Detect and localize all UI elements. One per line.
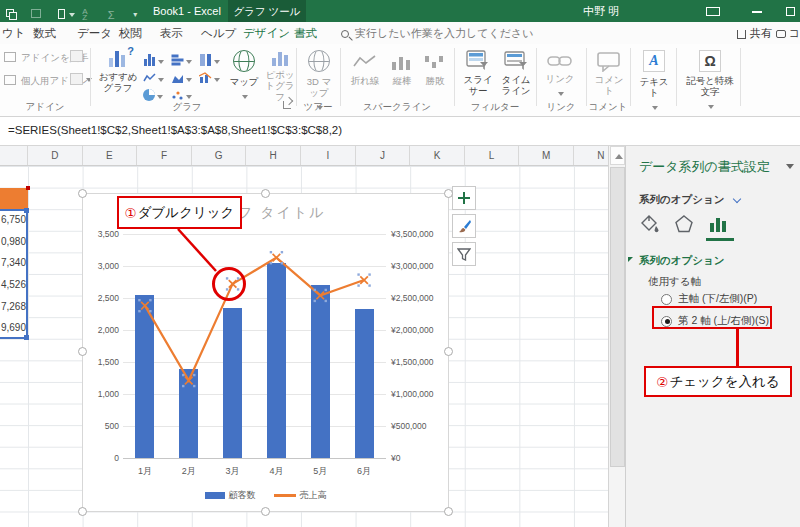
sparkline-winloss-button[interactable]: 勝敗 — [420, 54, 450, 86]
insert-area-chart-button[interactable] — [171, 70, 192, 88]
autosum-icon[interactable]: Σ — [108, 9, 120, 21]
recommended-charts-button[interactable]: ? おすすめグラフ — [97, 49, 139, 93]
addin-thumb-icon[interactable] — [70, 50, 83, 62]
link-button[interactable]: リンク — [541, 52, 579, 102]
chart-resize-handle[interactable] — [261, 189, 270, 198]
tab-pagelayout-partial[interactable]: ウト — [2, 22, 26, 44]
charts-dialog-launcher[interactable] — [283, 101, 291, 109]
omega-icon: Ω — [699, 50, 721, 72]
sparkline-column-button[interactable]: 縦棒 — [385, 54, 419, 86]
chart-resize-handle[interactable] — [78, 347, 87, 356]
group-label-filters: フィルター — [454, 101, 536, 114]
column-header-H[interactable]: H — [246, 146, 301, 165]
restore-window-icon[interactable] — [786, 7, 795, 16]
chart-resize-handle[interactable] — [78, 189, 87, 198]
scatter-chart-icon — [171, 89, 184, 101]
store-icon — [4, 52, 16, 62]
sparkline-line-button[interactable]: 折れ線 — [348, 54, 382, 86]
range-handle[interactable] — [24, 335, 29, 340]
tab-data[interactable]: データ — [77, 22, 112, 44]
annotation-step2: ② チェックを入れる — [644, 366, 792, 397]
column-header-D[interactable]: D — [28, 146, 83, 165]
scroll-up-button[interactable] — [610, 146, 625, 165]
column-header-K[interactable]: K — [410, 146, 465, 165]
tab-view[interactable]: 表示 — [160, 22, 183, 44]
comments-button[interactable]: コ — [776, 22, 800, 44]
formula-text[interactable]: =SERIES(Sheet1!$C$2,Sheet1!$A$3:$A$8,She… — [8, 124, 342, 136]
paste-icon[interactable] — [6, 9, 18, 21]
insert-line-chart-button[interactable] — [143, 70, 164, 88]
insert-bar-chart-button[interactable] — [171, 52, 192, 70]
search-icon — [341, 30, 349, 38]
effects-tab[interactable] — [672, 212, 696, 236]
pane-menu-caret-icon[interactable] — [786, 164, 794, 169]
series-name-cell[interactable] — [0, 188, 28, 209]
chart-resize-handle[interactable] — [261, 507, 270, 516]
tab-review[interactable]: 校閲 — [119, 22, 142, 44]
tab-formulas[interactable]: 数式 — [33, 22, 56, 44]
chart-resize-handle[interactable] — [444, 189, 453, 198]
minimize-icon[interactable] — [752, 11, 762, 13]
tab-help[interactable]: ヘルプ — [201, 22, 236, 44]
range-handle[interactable] — [24, 208, 29, 213]
insert-hierarchy-chart-button[interactable] — [199, 52, 220, 70]
title-bar: AZ Σ ▾ Book1 - Excel グラフ ツール 中野 明 — [0, 0, 800, 22]
sparkline-winloss-icon — [423, 54, 447, 70]
tell-me-search[interactable]: 実行したい作業を入力してください — [341, 22, 534, 44]
pivot-chart-button[interactable]: ピボットグラフ — [263, 50, 297, 102]
qat-customize-icon[interactable]: ▾ — [133, 9, 139, 21]
tab-design[interactable]: デザイン — [243, 22, 290, 44]
column-header-partial[interactable] — [0, 146, 28, 165]
series-options-section[interactable]: 系列のオプション — [639, 254, 724, 268]
my-addin-thumb-icon[interactable] — [70, 73, 83, 85]
vertical-scrollbar[interactable] — [608, 146, 625, 527]
text-icon: A — [643, 50, 665, 72]
worksheet[interactable]: 6,7500,9807,3404,5267,2689,690 グラフ タイトル … — [0, 166, 608, 527]
fill-line-tab[interactable] — [638, 212, 662, 236]
column-header-E[interactable]: E — [83, 146, 138, 165]
column-header-M[interactable]: M — [519, 146, 574, 165]
scrollbar-thumb[interactable] — [610, 167, 625, 467]
chart-resize-handle[interactable] — [444, 507, 453, 516]
column-header-J[interactable]: J — [356, 146, 411, 165]
table-icon[interactable] — [31, 9, 43, 21]
chart-object[interactable]: グラフ タイトル 05001,0001,5002,0002,5003,0003,… — [82, 193, 449, 512]
column-header-F[interactable]: F — [137, 146, 192, 165]
chart-elements-button[interactable] — [452, 186, 476, 210]
comment-button[interactable]: コメント — [590, 52, 628, 96]
category-label-5月: 5月 — [298, 465, 342, 478]
sort-az-icon[interactable]: AZ — [82, 9, 94, 21]
range-handle[interactable] — [26, 186, 30, 190]
share-button[interactable]: 共有 — [737, 22, 772, 44]
chart-resize-handle[interactable] — [444, 347, 453, 356]
timeline-button[interactable]: タイムライン — [499, 50, 533, 96]
display-settings-icon[interactable] — [706, 7, 720, 16]
chart-legend[interactable]: 顧客数売上高 — [83, 489, 448, 502]
insert-column-chart-button[interactable] — [143, 52, 164, 70]
column-header-L[interactable]: L — [465, 146, 520, 165]
chart-resize-handle[interactable] — [78, 507, 87, 516]
chevron-down-icon[interactable] — [733, 195, 741, 203]
chart-filters-button[interactable] — [452, 242, 476, 266]
radio-primary-axis[interactable]: 主軸 (下/左側)(P) — [661, 292, 757, 306]
format-painter-icon[interactable] — [57, 9, 69, 21]
insert-combo-chart-button[interactable] — [199, 70, 220, 88]
slicer-button[interactable]: スライサー — [459, 50, 497, 96]
chart-styles-button[interactable] — [452, 214, 476, 238]
legend-item[interactable]: 売上高 — [274, 489, 327, 502]
formula-bar[interactable]: =SERIES(Sheet1!$C$2,Sheet1!$A$3:$A$8,She… — [0, 117, 800, 146]
annotation-box-radio — [652, 306, 772, 329]
series-options-tab[interactable] — [706, 212, 730, 236]
plus-icon — [457, 191, 471, 205]
sparkline-column-icon — [390, 54, 414, 70]
text-button[interactable]: A テキスト — [636, 50, 672, 116]
annotation-step1: ① ダブルクリック — [117, 196, 242, 229]
legend-item[interactable]: 顧客数 — [205, 489, 256, 502]
symbols-button[interactable]: Ω 記号と特殊文字 — [684, 50, 736, 115]
column-header-G[interactable]: G — [192, 146, 247, 165]
map-chart-button[interactable]: マップ — [226, 50, 262, 105]
comment-bubble-icon — [597, 52, 621, 72]
column-header-I[interactable]: I — [301, 146, 356, 165]
series-options-dropdown[interactable]: 系列のオプション — [639, 193, 724, 207]
tab-format[interactable]: 書式 — [294, 22, 317, 44]
